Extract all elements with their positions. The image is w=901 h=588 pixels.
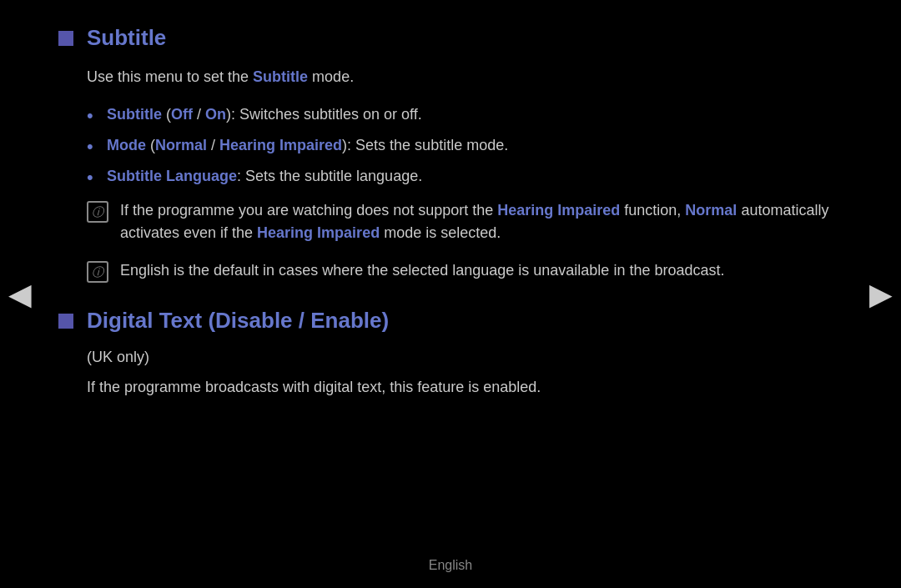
bullet-mode-hearing: Hearing Impaired [219,137,342,153]
digital-text-disable: Disable [215,308,293,333]
bullet-mode-normal: Normal [155,137,207,153]
bullet-mode-label: Mode [107,137,146,153]
note1-highlight1: Hearing Impaired [497,202,620,219]
bullet-language-label: Subtitle Language [107,168,237,184]
digital-text-enable: Enable [310,308,381,333]
uk-only-text: (UK only) [87,349,834,366]
bullet-subtitle-on: On [205,106,226,123]
note1-highlight2: Normal [685,202,737,219]
note-item-2: ⓘ English is the default in cases where … [87,259,834,283]
footer-language: English [429,558,472,573]
subtitle-highlight: Subtitle [253,68,308,85]
bullet-item-mode: Mode (Normal / Hearing Impaired): Sets t… [87,134,834,157]
digital-text-section-icon [58,314,73,329]
subtitle-section-title: Subtitle [87,25,166,51]
bullet-subtitle-label: Subtitle [107,106,162,123]
main-content: Subtitle Use this menu to set the Subtit… [0,0,901,415]
language-label: English [429,558,472,572]
bullet-subtitle-off: Off [171,106,193,123]
digital-text-description: If the programme broadcasts with digital… [87,376,834,399]
subtitle-description: Use this menu to set the Subtitle mode. [87,66,834,88]
subtitle-bullet-list: Subtitle (Off / On): Switches subtitles … [87,103,834,188]
digital-text-section-title: Digital Text (Disable / Enable) [87,308,389,334]
note-text-2: English is the default in cases where th… [120,259,834,282]
digital-text-section: Digital Text (Disable / Enable) (UK only… [58,308,834,399]
note-text-1: If the programme you are watching does n… [120,199,834,244]
note-icon-2: ⓘ [87,261,108,283]
note1-highlight3: Hearing Impaired [257,224,380,241]
subtitle-section-header: Subtitle [58,25,834,51]
digital-text-section-header: Digital Text (Disable / Enable) [58,308,834,334]
bullet-item-language: Subtitle Language: Sets the subtitle lan… [87,165,834,188]
note-icon-1: ⓘ [87,201,108,223]
note-item-1: ⓘ If the programme you are watching does… [87,199,834,244]
bullet-item-subtitle: Subtitle (Off / On): Switches subtitles … [87,103,834,126]
subtitle-section-icon [58,31,73,46]
notes-block: ⓘ If the programme you are watching does… [87,199,834,283]
